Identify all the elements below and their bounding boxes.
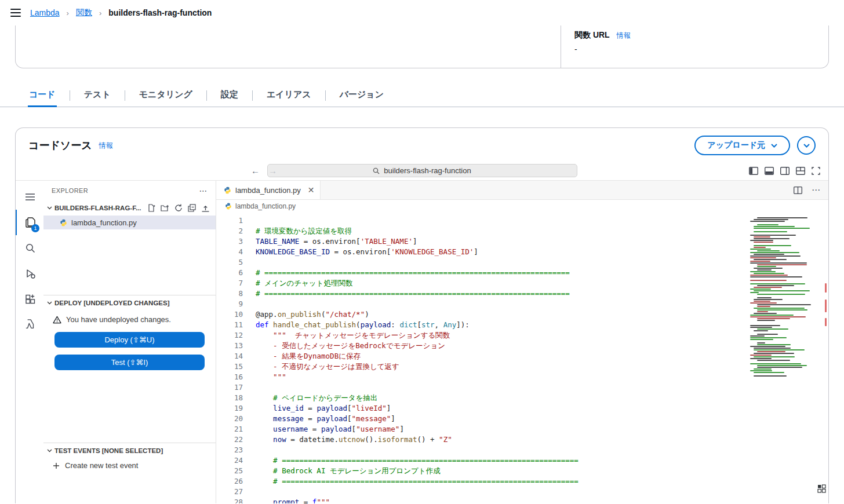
explorer-icon[interactable]: 1	[16, 210, 43, 235]
code-line[interactable]: now = datetime.utcnow().isoformat() + "Z…	[256, 434, 750, 445]
create-test-event-link[interactable]: Create new test event	[43, 458, 216, 473]
collapse-all-icon[interactable]	[188, 204, 196, 212]
file-item-lambda-function[interactable]: lambda_function.py	[43, 216, 216, 229]
tab-version[interactable]: バージョン	[339, 84, 385, 107]
line-number[interactable]: 1	[216, 216, 243, 226]
code-source-info-link[interactable]: 情報	[99, 141, 113, 151]
new-file-icon[interactable]	[147, 204, 155, 212]
line-number[interactable]: 16	[216, 372, 243, 382]
code-line[interactable]: username = payload["username"]	[256, 424, 750, 434]
line-number[interactable]: 27	[216, 487, 243, 497]
code-line[interactable]: - 結果をDynamoDBに保存	[256, 351, 750, 361]
code-line[interactable]: @app.on_publish("/chat/*")	[256, 309, 750, 320]
upload-from-button[interactable]: アップロード元	[694, 136, 790, 155]
tab-test[interactable]: テスト	[83, 84, 112, 107]
line-number[interactable]: 10	[216, 309, 243, 320]
line-number[interactable]: 4	[216, 247, 243, 257]
new-folder-icon[interactable]	[161, 204, 169, 212]
code-line[interactable]	[256, 487, 750, 497]
history-back-icon[interactable]: ←	[251, 166, 260, 176]
code-editor[interactable]: 1234567891011121314151617181920212223242…	[216, 213, 828, 503]
layout-grid-icon[interactable]	[817, 484, 826, 495]
deploy-section-header[interactable]: DEPLOY [UNDEPLOYED CHANGES]	[43, 295, 216, 311]
toggle-sidebar-icon[interactable]	[749, 167, 758, 175]
explorer-more-icon[interactable]: ⋯	[199, 186, 208, 195]
deploy-button[interactable]: Deploy (⇧⌘U)	[54, 332, 205, 348]
line-number[interactable]: 7	[216, 278, 243, 288]
code-line[interactable]: # ======================================…	[256, 476, 750, 487]
customize-layout-icon[interactable]	[796, 167, 805, 175]
line-number[interactable]: 3	[216, 236, 243, 247]
search-sidebar-icon[interactable]	[16, 235, 43, 261]
code-line[interactable]: message = payload["message"]	[256, 414, 750, 424]
code-line[interactable]: TABLE_NAME = os.environ['TABLE_NAME']	[256, 236, 750, 247]
line-number[interactable]: 25	[216, 466, 243, 476]
code-line[interactable]: """ チャットメッセージをモデレーションする関数	[256, 330, 750, 341]
line-number[interactable]: 13	[216, 341, 243, 351]
code-line[interactable]: KNOWLEDGE_BASE_ID = os.environ['KNOWLEDG…	[256, 247, 750, 257]
line-number[interactable]: 19	[216, 403, 243, 414]
line-number[interactable]: 23	[216, 445, 243, 455]
line-number[interactable]: 15	[216, 361, 243, 372]
line-number[interactable]: 6	[216, 268, 243, 278]
code-line[interactable]	[256, 445, 750, 455]
test-button[interactable]: Test (⇧⌘I)	[54, 355, 205, 370]
line-number[interactable]: 5	[216, 257, 243, 268]
line-number[interactable]: 9	[216, 299, 243, 309]
history-forward-icon[interactable]: →	[268, 166, 277, 176]
code-content[interactable]: # 環境変数から設定値を取得TABLE_NAME = os.environ['T…	[243, 213, 750, 503]
line-number[interactable]: 17	[216, 382, 243, 393]
refresh-icon[interactable]	[174, 204, 183, 212]
extensions-icon[interactable]	[16, 286, 43, 312]
tab-monitoring[interactable]: モニタリング	[138, 84, 194, 107]
upload-icon[interactable]	[201, 204, 210, 212]
code-line[interactable]: # ======================================…	[256, 268, 750, 278]
code-line[interactable]: # メインのチャット処理関数	[256, 278, 750, 288]
nav-menu-icon[interactable]	[10, 9, 21, 17]
tab-alias[interactable]: エイリアス	[265, 84, 312, 107]
tab-settings[interactable]: 設定	[220, 84, 239, 107]
editor-breadcrumb[interactable]: lambda_function.py	[216, 200, 828, 213]
editor-menu-icon[interactable]	[16, 184, 43, 210]
line-number[interactable]: 12	[216, 330, 243, 341]
command-center-search[interactable]: builders-flash-rag-function	[267, 164, 577, 177]
fullscreen-icon[interactable]	[812, 167, 820, 175]
line-number[interactable]: 21	[216, 424, 243, 434]
line-number[interactable]: 8	[216, 288, 243, 299]
line-number[interactable]: 26	[216, 476, 243, 487]
line-number[interactable]: 24	[216, 455, 243, 466]
code-line[interactable]	[256, 382, 750, 393]
code-line[interactable]	[256, 257, 750, 268]
code-line[interactable]: def handle_chat_publish(payload: dict[st…	[256, 320, 750, 330]
split-editor-icon[interactable]	[794, 187, 802, 194]
line-number[interactable]: 28	[216, 497, 243, 503]
minimap[interactable]	[750, 213, 821, 503]
workspace-folder-row[interactable]: BUILDERS-FLASH-RAG-F...	[43, 200, 216, 216]
breadcrumb-item-functions[interactable]: 関数	[76, 8, 92, 18]
toggle-panel-icon[interactable]	[765, 167, 774, 175]
code-line[interactable]: """	[256, 372, 750, 382]
line-number[interactable]: 11	[216, 320, 243, 330]
line-number[interactable]: 18	[216, 393, 243, 403]
code-line[interactable]: prompt = f"""	[256, 497, 750, 503]
close-tab-icon[interactable]: ✕	[308, 185, 315, 195]
function-url-info-link[interactable]: 情報	[617, 31, 631, 41]
code-line[interactable]	[256, 299, 750, 309]
test-events-header[interactable]: TEST EVENTS [NONE SELECTED]	[43, 443, 216, 458]
code-line[interactable]: # ======================================…	[256, 288, 750, 299]
editor-tab-lambda-function[interactable]: lambda_function.py ✕	[216, 181, 321, 199]
code-line[interactable]: # 環境変数から設定値を取得	[256, 226, 750, 236]
code-line[interactable]: # ======================================…	[256, 455, 750, 466]
breadcrumb-item-lambda[interactable]: Lambda	[30, 8, 60, 17]
line-number[interactable]: 2	[216, 226, 243, 236]
code-line[interactable]	[256, 216, 750, 226]
code-line[interactable]: # Bedrock AI モデレーション用プロンプト作成	[256, 466, 750, 476]
code-line[interactable]: live_id = payload["liveId"]	[256, 403, 750, 414]
actions-dropdown-button[interactable]	[797, 136, 816, 155]
line-number[interactable]: 20	[216, 414, 243, 424]
code-line[interactable]: - 受信したメッセージをBedrockでモデレーション	[256, 341, 750, 351]
code-line[interactable]: - 不適切なメッセージは置換して返す	[256, 361, 750, 372]
code-line[interactable]: # ペイロードからデータを抽出	[256, 393, 750, 403]
line-number[interactable]: 14	[216, 351, 243, 361]
toggle-secondary-sidebar-icon[interactable]	[780, 167, 790, 175]
